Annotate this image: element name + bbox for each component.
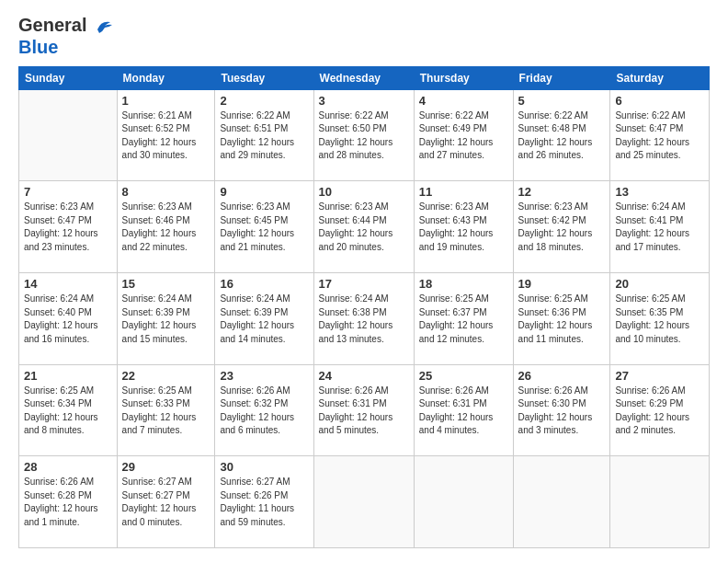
calendar-week-row: 28Sunrise: 6:26 AM Sunset: 6:28 PM Dayli… — [19, 456, 710, 548]
day-number: 21 — [24, 369, 112, 383]
calendar-cell: 4Sunrise: 6:22 AM Sunset: 6:49 PM Daylig… — [414, 89, 513, 181]
calendar-cell: 16Sunrise: 6:24 AM Sunset: 6:39 PM Dayli… — [215, 273, 313, 365]
calendar-cell: 25Sunrise: 6:26 AM Sunset: 6:31 PM Dayli… — [414, 364, 513, 456]
col-header-wednesday: Wednesday — [313, 66, 414, 89]
col-header-thursday: Thursday — [414, 66, 513, 89]
day-number: 8 — [122, 185, 210, 199]
calendar-cell: 23Sunrise: 6:26 AM Sunset: 6:32 PM Dayli… — [215, 364, 313, 456]
day-number: 29 — [122, 460, 210, 474]
logo-bird-icon — [94, 17, 114, 37]
calendar-cell: 20Sunrise: 6:25 AM Sunset: 6:35 PM Dayli… — [610, 273, 710, 365]
day-info: Sunrise: 6:25 AM Sunset: 6:34 PM Dayligh… — [24, 385, 112, 438]
calendar-cell — [414, 456, 513, 548]
day-number: 19 — [518, 277, 606, 291]
day-info: Sunrise: 6:23 AM Sunset: 6:45 PM Dayligh… — [220, 201, 308, 254]
day-info: Sunrise: 6:22 AM Sunset: 6:50 PM Dayligh… — [319, 109, 409, 163]
day-info: Sunrise: 6:25 AM Sunset: 6:33 PM Dayligh… — [122, 385, 210, 438]
col-header-tuesday: Tuesday — [215, 66, 313, 89]
day-info: Sunrise: 6:23 AM Sunset: 6:42 PM Dayligh… — [518, 201, 606, 254]
calendar-cell: 21Sunrise: 6:25 AM Sunset: 6:34 PM Dayli… — [19, 364, 118, 456]
calendar-cell: 22Sunrise: 6:25 AM Sunset: 6:33 PM Dayli… — [117, 364, 215, 456]
calendar-cell: 15Sunrise: 6:24 AM Sunset: 6:39 PM Dayli… — [117, 273, 215, 365]
calendar-table: SundayMondayTuesdayWednesdayThursdayFrid… — [18, 66, 710, 548]
day-info: Sunrise: 6:27 AM Sunset: 6:26 PM Dayligh… — [220, 476, 308, 529]
calendar-cell: 2Sunrise: 6:22 AM Sunset: 6:51 PM Daylig… — [215, 89, 313, 181]
calendar-cell: 9Sunrise: 6:23 AM Sunset: 6:45 PM Daylig… — [215, 181, 313, 273]
logo: General Blue — [18, 15, 114, 57]
day-info: Sunrise: 6:24 AM Sunset: 6:39 PM Dayligh… — [220, 293, 308, 346]
calendar-cell: 19Sunrise: 6:25 AM Sunset: 6:36 PM Dayli… — [513, 273, 610, 365]
day-info: Sunrise: 6:23 AM Sunset: 6:43 PM Dayligh… — [419, 201, 508, 254]
day-number: 2 — [220, 94, 308, 108]
day-info: Sunrise: 6:24 AM Sunset: 6:41 PM Dayligh… — [615, 201, 704, 254]
calendar-cell: 30Sunrise: 6:27 AM Sunset: 6:26 PM Dayli… — [215, 456, 313, 548]
day-info: Sunrise: 6:24 AM Sunset: 6:40 PM Dayligh… — [24, 293, 112, 346]
day-number: 25 — [419, 369, 508, 383]
day-number: 4 — [419, 94, 508, 108]
day-info: Sunrise: 6:25 AM Sunset: 6:36 PM Dayligh… — [518, 293, 606, 346]
day-info: Sunrise: 6:26 AM Sunset: 6:31 PM Dayligh… — [319, 385, 409, 438]
calendar-cell: 7Sunrise: 6:23 AM Sunset: 6:47 PM Daylig… — [19, 181, 118, 273]
calendar-cell: 10Sunrise: 6:23 AM Sunset: 6:44 PM Dayli… — [313, 181, 414, 273]
calendar-cell: 18Sunrise: 6:25 AM Sunset: 6:37 PM Dayli… — [414, 273, 513, 365]
calendar-cell: 1Sunrise: 6:21 AM Sunset: 6:52 PM Daylig… — [117, 89, 215, 181]
day-number: 15 — [122, 277, 210, 291]
calendar-cell — [313, 456, 414, 548]
day-info: Sunrise: 6:22 AM Sunset: 6:49 PM Dayligh… — [419, 109, 508, 163]
day-number: 20 — [615, 277, 704, 291]
day-info: Sunrise: 6:22 AM Sunset: 6:47 PM Dayligh… — [615, 109, 704, 163]
day-number: 3 — [319, 94, 409, 108]
col-header-saturday: Saturday — [610, 66, 710, 89]
page-header: General Blue — [18, 15, 710, 57]
calendar-cell: 11Sunrise: 6:23 AM Sunset: 6:43 PM Dayli… — [414, 181, 513, 273]
calendar-cell: 24Sunrise: 6:26 AM Sunset: 6:31 PM Dayli… — [313, 364, 414, 456]
day-info: Sunrise: 6:26 AM Sunset: 6:32 PM Dayligh… — [220, 385, 308, 438]
day-number: 24 — [319, 369, 409, 383]
calendar-week-row: 1Sunrise: 6:21 AM Sunset: 6:52 PM Daylig… — [19, 89, 710, 181]
calendar-cell: 6Sunrise: 6:22 AM Sunset: 6:47 PM Daylig… — [610, 89, 710, 181]
calendar-cell: 28Sunrise: 6:26 AM Sunset: 6:28 PM Dayli… — [19, 456, 118, 548]
day-info: Sunrise: 6:23 AM Sunset: 6:47 PM Dayligh… — [24, 201, 112, 254]
day-number: 13 — [615, 185, 704, 199]
day-info: Sunrise: 6:25 AM Sunset: 6:37 PM Dayligh… — [419, 293, 508, 346]
col-header-sunday: Sunday — [19, 66, 118, 89]
day-number: 9 — [220, 185, 308, 199]
day-number: 28 — [24, 460, 112, 474]
calendar-cell: 29Sunrise: 6:27 AM Sunset: 6:27 PM Dayli… — [117, 456, 215, 548]
calendar-cell: 27Sunrise: 6:26 AM Sunset: 6:29 PM Dayli… — [610, 364, 710, 456]
calendar-cell — [610, 456, 710, 548]
day-info: Sunrise: 6:26 AM Sunset: 6:30 PM Dayligh… — [518, 385, 606, 438]
day-number: 11 — [419, 185, 508, 199]
day-info: Sunrise: 6:21 AM Sunset: 6:52 PM Dayligh… — [122, 109, 210, 163]
calendar-week-row: 7Sunrise: 6:23 AM Sunset: 6:47 PM Daylig… — [19, 181, 710, 273]
day-number: 26 — [518, 369, 606, 383]
calendar-header-row: SundayMondayTuesdayWednesdayThursdayFrid… — [19, 66, 710, 89]
day-info: Sunrise: 6:26 AM Sunset: 6:29 PM Dayligh… — [615, 385, 704, 438]
logo-line1: General — [18, 15, 114, 37]
calendar-cell: 12Sunrise: 6:23 AM Sunset: 6:42 PM Dayli… — [513, 181, 610, 273]
day-info: Sunrise: 6:26 AM Sunset: 6:31 PM Dayligh… — [419, 385, 508, 438]
day-number: 14 — [24, 277, 112, 291]
calendar-cell — [513, 456, 610, 548]
day-number: 5 — [518, 94, 606, 108]
calendar-cell: 17Sunrise: 6:24 AM Sunset: 6:38 PM Dayli… — [313, 273, 414, 365]
col-header-friday: Friday — [513, 66, 610, 89]
day-info: Sunrise: 6:24 AM Sunset: 6:38 PM Dayligh… — [319, 293, 409, 346]
day-info: Sunrise: 6:23 AM Sunset: 6:46 PM Dayligh… — [122, 201, 210, 254]
day-info: Sunrise: 6:22 AM Sunset: 6:48 PM Dayligh… — [518, 109, 606, 163]
calendar-cell: 5Sunrise: 6:22 AM Sunset: 6:48 PM Daylig… — [513, 89, 610, 181]
calendar-cell: 26Sunrise: 6:26 AM Sunset: 6:30 PM Dayli… — [513, 364, 610, 456]
day-number: 22 — [122, 369, 210, 383]
day-info: Sunrise: 6:25 AM Sunset: 6:35 PM Dayligh… — [615, 293, 704, 346]
logo-line2: Blue — [18, 37, 114, 57]
day-number: 12 — [518, 185, 606, 199]
day-info: Sunrise: 6:26 AM Sunset: 6:28 PM Dayligh… — [24, 476, 112, 529]
day-number: 18 — [419, 277, 508, 291]
calendar-cell: 8Sunrise: 6:23 AM Sunset: 6:46 PM Daylig… — [117, 181, 215, 273]
calendar-cell: 14Sunrise: 6:24 AM Sunset: 6:40 PM Dayli… — [19, 273, 118, 365]
calendar-cell — [19, 89, 118, 181]
day-info: Sunrise: 6:22 AM Sunset: 6:51 PM Dayligh… — [220, 109, 308, 163]
calendar-cell: 13Sunrise: 6:24 AM Sunset: 6:41 PM Dayli… — [610, 181, 710, 273]
col-header-monday: Monday — [117, 66, 215, 89]
day-info: Sunrise: 6:23 AM Sunset: 6:44 PM Dayligh… — [319, 201, 409, 254]
